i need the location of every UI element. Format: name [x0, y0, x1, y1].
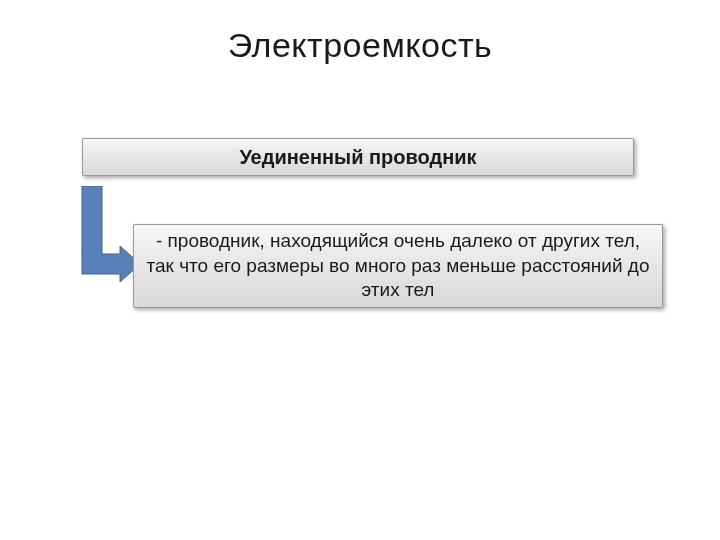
slide-title: Электроемкость — [0, 26, 720, 65]
svg-rect-0 — [82, 186, 102, 254]
definition-text: - проводник, находящийся очень далеко от… — [144, 229, 652, 303]
elbow-arrow-icon — [76, 186, 140, 290]
svg-rect-2 — [83, 253, 101, 273]
heading-box: Уединенный проводник — [82, 138, 634, 176]
svg-rect-4 — [118, 254, 122, 274]
heading-text: Уединенный проводник — [239, 146, 476, 169]
definition-box: - проводник, находящийся очень далеко от… — [133, 224, 663, 308]
